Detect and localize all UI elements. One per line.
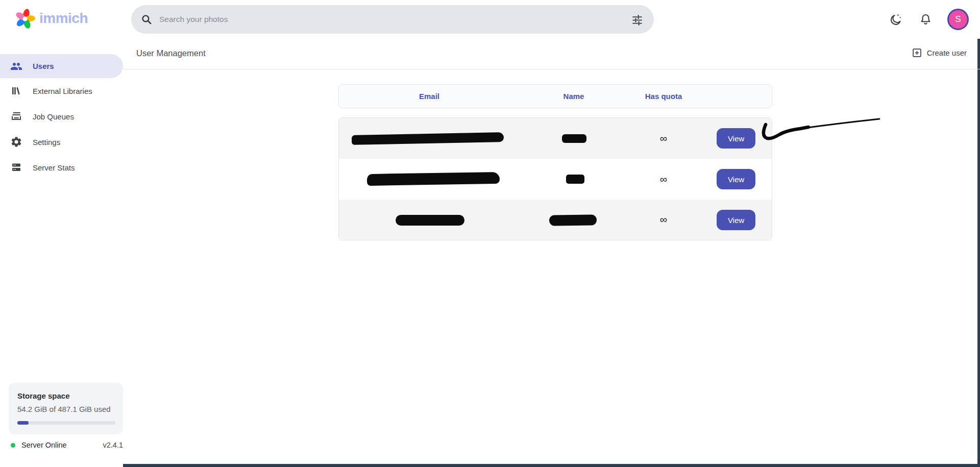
create-user-label: Create user [927, 48, 967, 57]
storage-space-card: Storage space 54.2 GiB of 487.1 GiB used [9, 383, 123, 434]
gear-icon [10, 136, 22, 148]
create-user-button[interactable]: Create user [912, 47, 967, 58]
storage-progress-fill [17, 421, 29, 425]
library-icon [10, 85, 22, 97]
sidebar-item-external-libraries[interactable]: External Libraries [0, 78, 123, 104]
redacted-email [367, 172, 500, 186]
column-header-email: Email [394, 92, 465, 101]
sidebar-item-label: Job Queues [33, 112, 74, 121]
redacted-email [352, 132, 504, 145]
quota-value: ∞ [643, 159, 684, 200]
sidebar-nav: Users External Libraries [0, 54, 123, 180]
storage-title: Storage space [17, 391, 114, 400]
server-version: v2.4.1 [103, 441, 124, 449]
server-status-label: Server Online [21, 441, 67, 449]
sidebar-item-settings[interactable]: Settings [0, 129, 123, 155]
search-input[interactable] [153, 15, 631, 24]
user-avatar[interactable]: S [947, 9, 969, 30]
server-icon [10, 161, 22, 174]
table-row: ∞ View [339, 159, 772, 200]
sidebar-item-users[interactable]: Users [0, 54, 123, 78]
moon-stars-icon [889, 13, 903, 27]
immich-logo[interactable]: immich [15, 8, 88, 29]
sidebar-item-label: External Libraries [33, 87, 92, 95]
server-status-row: Server Online v2.4.1 [9, 440, 123, 450]
bell-icon [919, 13, 933, 27]
brand-wordmark: immich [39, 10, 88, 27]
storage-usage-text: 54.2 GiB of 487.1 GiB used [17, 405, 114, 413]
content-header: User Management Create user [123, 39, 980, 69]
redacted-name [562, 134, 586, 143]
redacted-email [396, 215, 464, 226]
admin-sidebar: Users External Libraries [0, 39, 123, 467]
sidebar-item-label: Server Stats [33, 163, 75, 172]
search-filter-icon[interactable] [631, 13, 644, 26]
theme-toggle-button[interactable] [888, 12, 903, 27]
column-header-name: Name [538, 92, 609, 101]
view-user-button[interactable]: View [717, 169, 755, 189]
online-status-dot [11, 443, 15, 448]
column-header-has-quota: Has quota [628, 92, 699, 101]
storage-progress-bar [17, 421, 115, 425]
quota-value: ∞ [643, 118, 684, 159]
page-title: User Management [136, 48, 206, 58]
table-row: ∞ View [339, 118, 772, 159]
sidebar-item-job-queues[interactable]: Job Queues [0, 104, 123, 129]
table-row: ∞ View [339, 200, 772, 240]
view-user-button[interactable]: View [717, 128, 755, 149]
top-bar: immich [0, 0, 980, 39]
search-bar[interactable] [131, 5, 654, 34]
immich-admin-window: immich [0, 0, 980, 467]
sidebar-item-server-stats[interactable]: Server Stats [0, 155, 123, 180]
redacted-name [566, 175, 584, 184]
queue-icon [10, 110, 22, 122]
users-table-body: ∞ View ∞ View ∞ View [338, 117, 772, 240]
plus-square-icon [912, 47, 922, 58]
avatar-initial: S [955, 14, 961, 24]
search-icon [140, 13, 153, 26]
quota-value: ∞ [643, 200, 684, 240]
topbar-actions: S [888, 0, 969, 39]
immich-flower-icon [15, 8, 35, 29]
hand-drawn-arrow-annotation [760, 111, 887, 150]
redacted-name [549, 215, 597, 226]
sidebar-item-label: Settings [33, 138, 60, 146]
sidebar-item-label: Users [33, 62, 54, 70]
view-user-button[interactable]: View [717, 210, 755, 230]
notifications-button[interactable] [918, 12, 933, 27]
users-table-header: Email Name Has quota [338, 84, 772, 108]
users-icon [10, 60, 22, 72]
